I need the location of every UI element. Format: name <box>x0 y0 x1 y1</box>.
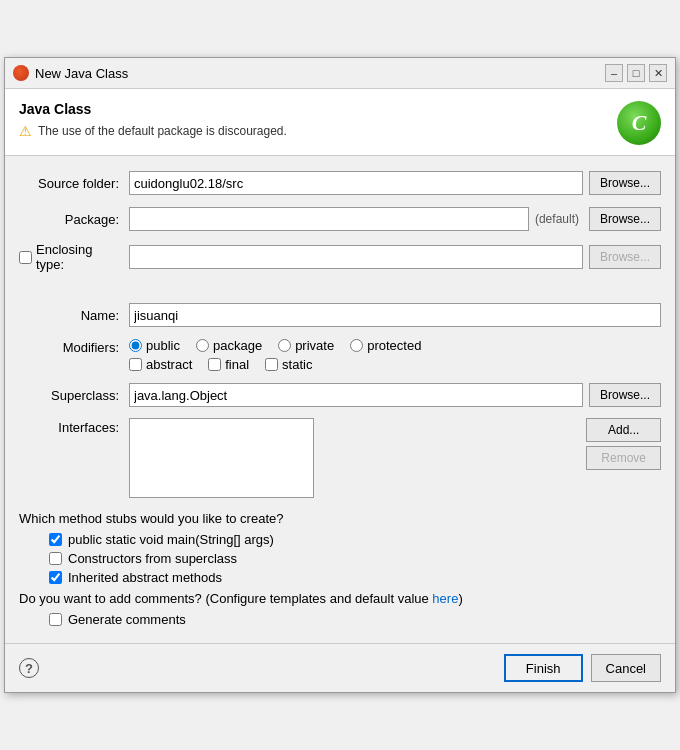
stub-main-option[interactable]: public static void main(String[] args) <box>49 532 661 547</box>
superclass-browse-button[interactable]: Browse... <box>589 383 661 407</box>
modifier-public-radio[interactable] <box>129 339 142 352</box>
logo-circle: C <box>617 101 661 145</box>
modifier-final-option[interactable]: final <box>208 357 249 372</box>
interfaces-row: Interfaces: Add... Remove <box>19 418 661 501</box>
package-label: Package: <box>19 212 129 227</box>
comments-link[interactable]: here <box>432 591 458 606</box>
finish-button[interactable]: Finish <box>504 654 583 682</box>
package-default-text: (default) <box>535 212 579 226</box>
package-row: Package: (default) Browse... <box>19 206 661 232</box>
stubs-title: Which method stubs would you like to cre… <box>19 511 661 526</box>
comments-title-prefix: Do you want to add comments? (Configure … <box>19 591 432 606</box>
title-bar-left: New Java Class <box>13 65 128 81</box>
modifier-public-label: public <box>146 338 180 353</box>
modifier-protected-radio[interactable] <box>350 339 363 352</box>
generate-comments-label: Generate comments <box>68 612 186 627</box>
title-bar: New Java Class – □ ✕ <box>5 58 675 89</box>
generate-comments-checkbox[interactable] <box>49 613 62 626</box>
interfaces-buttons: Add... Remove <box>586 418 661 501</box>
generate-comments-option[interactable]: Generate comments <box>49 612 661 627</box>
modifier-abstract-option[interactable]: abstract <box>129 357 192 372</box>
maximize-button[interactable]: □ <box>627 64 645 82</box>
stubs-options: public static void main(String[] args) C… <box>19 532 661 585</box>
modifier-private-label: private <box>295 338 334 353</box>
modifier-abstract-checkbox[interactable] <box>129 358 142 371</box>
interfaces-label: Interfaces: <box>19 418 129 435</box>
superclass-input[interactable] <box>129 383 583 407</box>
stub-constructors-option[interactable]: Constructors from superclass <box>49 551 661 566</box>
separator-1 <box>19 282 661 292</box>
warning-icon: ⚠ <box>19 123 32 139</box>
modifiers-label: Modifiers: <box>19 338 129 355</box>
modifier-protected-option[interactable]: protected <box>350 338 421 353</box>
dialog: New Java Class – □ ✕ Java Class ⚠ The us… <box>4 57 676 693</box>
name-input[interactable] <box>129 303 661 327</box>
name-row: Name: <box>19 302 661 328</box>
interfaces-add-button[interactable]: Add... <box>586 418 661 442</box>
superclass-label: Superclass: <box>19 388 129 403</box>
title-bar-text: New Java Class <box>35 66 128 81</box>
enclosing-type-label: Enclosing type: <box>36 242 123 272</box>
header-section: Java Class ⚠ The use of the default pack… <box>5 89 675 156</box>
stub-inherited-option[interactable]: Inherited abstract methods <box>49 570 661 585</box>
comments-title: Do you want to add comments? (Configure … <box>19 591 661 606</box>
package-browse-button[interactable]: Browse... <box>589 207 661 231</box>
modifier-protected-label: protected <box>367 338 421 353</box>
modifier-public-option[interactable]: public <box>129 338 180 353</box>
source-folder-label: Source folder: <box>19 176 129 191</box>
modifier-static-label: static <box>282 357 312 372</box>
warning-text: The use of the default package is discou… <box>38 124 287 138</box>
superclass-row: Superclass: Browse... <box>19 382 661 408</box>
stub-main-checkbox[interactable] <box>49 533 62 546</box>
stub-main-label: public static void main(String[] args) <box>68 532 274 547</box>
interfaces-remove-button[interactable]: Remove <box>586 446 661 470</box>
package-control: (default) Browse... <box>129 207 661 231</box>
help-button[interactable]: ? <box>19 658 39 678</box>
stub-constructors-checkbox[interactable] <box>49 552 62 565</box>
header-title: Java Class <box>19 101 607 117</box>
stub-inherited-label: Inherited abstract methods <box>68 570 222 585</box>
enclosing-type-row: Enclosing type: Browse... <box>19 242 661 272</box>
modifiers-row: Modifiers: public package private <box>19 338 661 372</box>
name-label: Name: <box>19 308 129 323</box>
modifier-abstract-label: abstract <box>146 357 192 372</box>
other-modifiers-row: abstract final static <box>129 357 421 372</box>
close-button[interactable]: ✕ <box>649 64 667 82</box>
title-bar-controls: – □ ✕ <box>605 64 667 82</box>
stub-constructors-label: Constructors from superclass <box>68 551 237 566</box>
enclosing-type-input[interactable] <box>129 245 583 269</box>
comments-title-suffix: ) <box>458 591 462 606</box>
modifier-final-checkbox[interactable] <box>208 358 221 371</box>
comments-options: Generate comments <box>19 612 661 627</box>
main-content: Source folder: Browse... Package: (defau… <box>5 156 675 511</box>
stubs-section: Which method stubs would you like to cre… <box>5 511 675 585</box>
enclosing-type-browse-button[interactable]: Browse... <box>589 245 661 269</box>
modifier-static-checkbox[interactable] <box>265 358 278 371</box>
modifier-package-radio[interactable] <box>196 339 209 352</box>
interfaces-textarea-wrap <box>129 418 574 501</box>
source-folder-browse-button[interactable]: Browse... <box>589 171 661 195</box>
package-input[interactable] <box>129 207 529 231</box>
modifier-package-option[interactable]: package <box>196 338 262 353</box>
java-icon <box>13 65 29 81</box>
enclosing-type-checkbox-label[interactable]: Enclosing type: <box>19 242 129 272</box>
enclosing-type-checkbox[interactable] <box>19 251 32 264</box>
modifier-private-option[interactable]: private <box>278 338 334 353</box>
header-text-block: Java Class ⚠ The use of the default pack… <box>19 101 607 139</box>
source-folder-input[interactable] <box>129 171 583 195</box>
modifier-static-option[interactable]: static <box>265 357 312 372</box>
access-modifiers-row: public package private protected <box>129 338 421 353</box>
enclosing-type-control: Browse... <box>129 245 661 269</box>
comments-section: Do you want to add comments? (Configure … <box>5 585 675 633</box>
superclass-control: Browse... <box>129 383 661 407</box>
minimize-button[interactable]: – <box>605 64 623 82</box>
cancel-button[interactable]: Cancel <box>591 654 661 682</box>
bottom-bar: ? Finish Cancel <box>5 643 675 692</box>
interfaces-textarea[interactable] <box>129 418 314 498</box>
modifiers-block: public package private protected <box>129 338 421 372</box>
stub-inherited-checkbox[interactable] <box>49 571 62 584</box>
modifier-private-radio[interactable] <box>278 339 291 352</box>
source-folder-control: Browse... <box>129 171 661 195</box>
modifier-package-label: package <box>213 338 262 353</box>
bottom-buttons: Finish Cancel <box>504 654 661 682</box>
